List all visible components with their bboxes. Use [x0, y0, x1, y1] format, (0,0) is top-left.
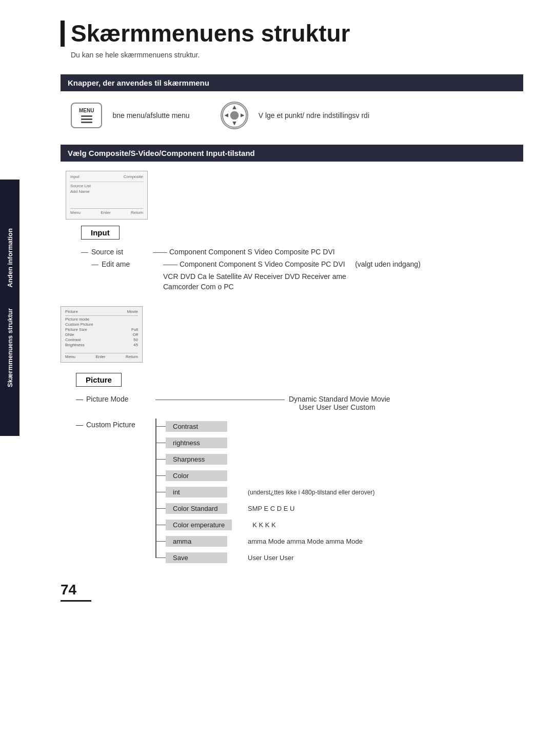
sub-item-label-sharpness: Sharpness: [166, 454, 227, 465]
source-list-label: Source ist: [81, 248, 153, 256]
input-diagram: Input Composite Source List Add Name Men…: [66, 171, 523, 291]
edit-name-values: Component Component S Video Composite PC…: [180, 260, 523, 268]
source-connector: ——: [153, 248, 167, 256]
edit-name-branch: Edit ame —— Component Component S Video …: [91, 260, 523, 268]
picture-root-label: Picture: [76, 373, 122, 387]
svg-marker-5: [241, 113, 244, 117]
vertical-line: [155, 419, 156, 558]
sub-item-color-standard: Color Standard SMP E C D E U: [155, 501, 374, 517]
color-temp-values: K K K K: [252, 521, 276, 529]
section1-header: Knapper, der anvendes til skærmmenu: [61, 74, 523, 91]
button2-desc: V lge et punkt/ ndre indstillingsv rdi: [259, 111, 369, 120]
svg-point-1: [230, 111, 239, 120]
page-title: Skærmmenuens struktur: [61, 21, 523, 47]
buttons-row: MENU bne menu/afslutte menu: [71, 102, 523, 129]
input-tree: Input Source ist —— Component Component …: [71, 226, 523, 291]
edit-name-sub2: Camcorder Com o PC: [163, 283, 523, 291]
save-values: User User User: [248, 554, 294, 562]
page-number: 74: [61, 582, 523, 598]
svg-marker-3: [232, 122, 236, 125]
svg-marker-4: [224, 113, 228, 117]
source-list-branch: Source ist —— Component Component S Vide…: [81, 248, 523, 256]
side-tab-text2: Skærmmenuens struktur: [6, 308, 14, 387]
sub-item-save: Save User User User: [155, 550, 374, 566]
sub-items-container: Contrast rightness Sharpness Color: [155, 419, 374, 566]
sub-items-list: Contrast rightness Sharpness Color: [155, 419, 374, 566]
sub-item-sharpness: Sharpness: [155, 451, 374, 468]
picture-mode-row: — Picture Mode —————————————————— Dynami…: [76, 395, 523, 411]
sub-item-label-color: Color: [166, 470, 227, 481]
sub-item-contrast: Contrast: [155, 419, 374, 435]
svg-marker-2: [232, 105, 236, 109]
source-list-values: Component Component S Video Composite PC…: [169, 248, 523, 256]
sub-item-label-color-standard: Color Standard: [166, 503, 227, 514]
menu-line-1: [81, 115, 92, 117]
nav-button[interactable]: [221, 102, 248, 129]
input-root-label: Input: [81, 226, 120, 240]
sub-item-color-temp: Color emperature K K K K: [155, 517, 374, 533]
nav-icon: [222, 102, 247, 129]
picture-mode-values: Dynamic Standard Movie Movie User User U…: [289, 395, 390, 411]
sub-item-label-tint: int: [166, 487, 227, 498]
edit-name-label: Edit ame: [91, 260, 163, 268]
edit-name-sub: VCR DVD Ca le Satellite AV Receiver DVD …: [163, 272, 523, 281]
menu-line-3: [81, 122, 92, 123]
menu-button[interactable]: MENU: [71, 103, 102, 128]
edit-name-section: Edit ame —— Component Component S Video …: [81, 260, 523, 291]
page-number-underline: [61, 600, 91, 602]
custom-picture-label: Custom Picture: [86, 421, 135, 429]
side-tab-text1: Anden information: [6, 228, 14, 288]
sub-item-label-brightness: rightness: [166, 437, 227, 448]
picture-mode-label: — Picture Mode: [76, 395, 155, 403]
color-standard-values: SMP E C D E U: [248, 505, 295, 512]
sub-item-gamma: amma amma Mode amma Mode amma Mode: [155, 533, 374, 550]
page-number-container: 74: [61, 582, 523, 602]
tint-note: (underst¿ttes ikke i 480p-tilstand eller…: [248, 489, 374, 496]
sub-item-label-color-temp: Color emperature: [166, 520, 232, 530]
sub-item-color: Color: [155, 468, 374, 484]
sub-item-label-contrast: Contrast: [166, 421, 227, 432]
side-tab: Anden information Skærmmenuens struktur: [0, 180, 19, 436]
picture-screen-preview: PictureMovie Picture mode Custom Picture…: [61, 306, 143, 363]
menu-line-2: [81, 118, 92, 120]
button1-desc: bne menu/afslutte menu: [112, 111, 189, 120]
sub-item-label-gamma: amma: [166, 536, 227, 547]
gamma-values: amma Mode amma Mode amma Mode: [248, 538, 363, 545]
sub-item-tint: int (underst¿ttes ikke i 480p-tilstand e…: [155, 484, 374, 501]
sub-item-brightness: rightness: [155, 435, 374, 451]
input-screen-preview: Input Composite Source List Add Name Men…: [66, 171, 148, 220]
menu-label: MENU: [79, 108, 94, 113]
picture-tree: Picture — Picture Mode —————————————————…: [66, 373, 523, 566]
picture-section: PictureMovie Picture mode Custom Picture…: [61, 306, 523, 566]
sub-item-label-save: Save: [166, 552, 227, 563]
page-subtitle: Du kan se hele skærmmenuens struktur.: [71, 51, 523, 59]
section2-header: Vælg Composite/S-Video/Component Input-t…: [61, 145, 523, 162]
main-content: Skærmmenuens struktur Du kan se hele skæ…: [19, 0, 554, 632]
custom-picture-container: — Custom Picture Contrast: [76, 419, 523, 566]
